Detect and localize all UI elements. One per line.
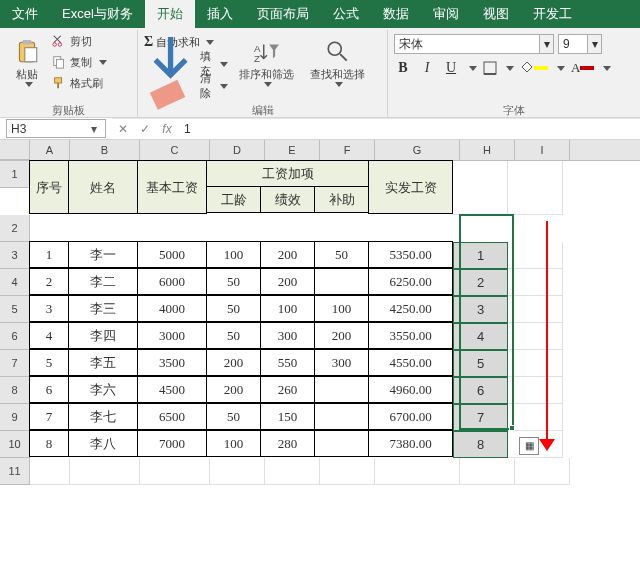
cell[interactable]: [508, 377, 563, 404]
cell[interactable]: 100: [260, 295, 315, 322]
cell[interactable]: 李三: [68, 295, 138, 322]
cell[interactable]: [508, 296, 563, 323]
cell[interactable]: 200: [260, 268, 315, 295]
cell[interactable]: [375, 458, 460, 485]
menu-tab-7[interactable]: 审阅: [421, 0, 471, 28]
cell[interactable]: 100: [206, 430, 261, 457]
chevron-down-icon[interactable]: [603, 66, 611, 71]
sort-filter-button[interactable]: AZ 排序和筛选: [234, 32, 299, 94]
cell[interactable]: [320, 458, 375, 485]
cell[interactable]: [314, 430, 369, 457]
cell[interactable]: [210, 458, 265, 485]
cell[interactable]: 3550.00: [368, 322, 453, 349]
format-painter-button[interactable]: 格式刷: [52, 74, 107, 92]
cell[interactable]: 姓名: [68, 160, 138, 214]
menu-tab-2[interactable]: 开始: [145, 0, 195, 28]
cell[interactable]: 4960.00: [368, 376, 453, 403]
italic-button[interactable]: I: [418, 60, 436, 76]
enter-formula-button[interactable]: ✓: [134, 122, 156, 136]
cell[interactable]: 4250.00: [368, 295, 453, 322]
cell[interactable]: 100: [314, 295, 369, 322]
column-header[interactable]: D: [210, 140, 265, 160]
cell[interactable]: 实发工资: [368, 160, 453, 214]
formula-input[interactable]: 1: [178, 119, 640, 139]
row-header[interactable]: 4: [0, 269, 30, 296]
cell[interactable]: 5: [29, 349, 69, 376]
chevron-down-icon[interactable]: [469, 66, 477, 71]
font-color-button[interactable]: A: [571, 60, 594, 76]
cell[interactable]: 4500: [137, 376, 207, 403]
chevron-down-icon[interactable]: [506, 66, 514, 71]
column-header[interactable]: G: [375, 140, 460, 160]
cell[interactable]: 4: [453, 323, 508, 350]
cell[interactable]: 50: [206, 403, 261, 430]
menu-tab-4[interactable]: 页面布局: [245, 0, 321, 28]
cell[interactable]: 绩效: [260, 186, 315, 213]
cell[interactable]: 工资加项: [206, 160, 369, 187]
cell[interactable]: 李八: [68, 430, 138, 457]
cell[interactable]: 200: [260, 241, 315, 268]
cell[interactable]: [508, 350, 563, 377]
cell[interactable]: 6700.00: [368, 403, 453, 430]
cell[interactable]: 7: [453, 404, 508, 431]
cell[interactable]: 300: [314, 349, 369, 376]
cell[interactable]: 50: [206, 295, 261, 322]
cell[interactable]: [508, 269, 563, 296]
cell[interactable]: 50: [206, 322, 261, 349]
cell[interactable]: 5: [453, 350, 508, 377]
paste-button[interactable]: 粘贴: [6, 32, 48, 94]
row-header[interactable]: 6: [0, 323, 30, 350]
underline-button[interactable]: U: [442, 60, 460, 76]
cell[interactable]: 7000: [137, 430, 207, 457]
cell[interactable]: [515, 458, 570, 485]
cell[interactable]: 6: [29, 376, 69, 403]
cell[interactable]: 4000: [137, 295, 207, 322]
fx-button[interactable]: fx: [156, 122, 178, 136]
cell[interactable]: 工龄: [206, 186, 261, 213]
cell[interactable]: [70, 458, 140, 485]
cell[interactable]: 1: [29, 241, 69, 268]
font-size-select[interactable]: 9▾: [558, 34, 602, 54]
row-header[interactable]: 10: [0, 431, 30, 458]
cell[interactable]: [508, 323, 563, 350]
cell[interactable]: 3000: [137, 322, 207, 349]
cell[interactable]: 150: [260, 403, 315, 430]
cell[interactable]: 50: [314, 241, 369, 268]
cell[interactable]: 李五: [68, 349, 138, 376]
cell[interactable]: [265, 458, 320, 485]
fill-color-button[interactable]: [520, 61, 548, 75]
cell[interactable]: [140, 458, 210, 485]
cell[interactable]: 6: [453, 377, 508, 404]
cell[interactable]: 8: [453, 431, 508, 458]
column-header[interactable]: I: [515, 140, 570, 160]
row-header[interactable]: 11: [0, 458, 30, 485]
cell[interactable]: 7380.00: [368, 430, 453, 457]
cell[interactable]: 280: [260, 430, 315, 457]
cell[interactable]: 4550.00: [368, 349, 453, 376]
spreadsheet-grid[interactable]: ABCDEFGHI 1序号姓名基本工资工资加项工龄绩效补助实发工资231李一50…: [0, 140, 640, 485]
cell[interactable]: 李二: [68, 268, 138, 295]
cell[interactable]: 3500: [137, 349, 207, 376]
column-header[interactable]: E: [265, 140, 320, 160]
cell[interactable]: 李一: [68, 241, 138, 268]
cell[interactable]: 6500: [137, 403, 207, 430]
cell[interactable]: 序号: [29, 160, 69, 214]
cell[interactable]: 7: [29, 403, 69, 430]
cell[interactable]: 200: [206, 349, 261, 376]
cell[interactable]: 5000: [137, 241, 207, 268]
row-header[interactable]: 8: [0, 377, 30, 404]
cancel-formula-button[interactable]: ✕: [112, 122, 134, 136]
cell[interactable]: 2: [29, 268, 69, 295]
bold-button[interactable]: B: [394, 60, 412, 76]
cell[interactable]: [314, 268, 369, 295]
menu-tab-5[interactable]: 公式: [321, 0, 371, 28]
cell[interactable]: 李七: [68, 403, 138, 430]
row-header[interactable]: 2: [0, 215, 30, 242]
row-header[interactable]: 3: [0, 242, 30, 269]
cell[interactable]: [508, 161, 563, 215]
cell[interactable]: 260: [260, 376, 315, 403]
menu-tab-1[interactable]: Excel与财务: [50, 0, 145, 28]
cell[interactable]: [453, 161, 508, 215]
border-button[interactable]: [483, 61, 497, 75]
cell[interactable]: 5350.00: [368, 241, 453, 268]
